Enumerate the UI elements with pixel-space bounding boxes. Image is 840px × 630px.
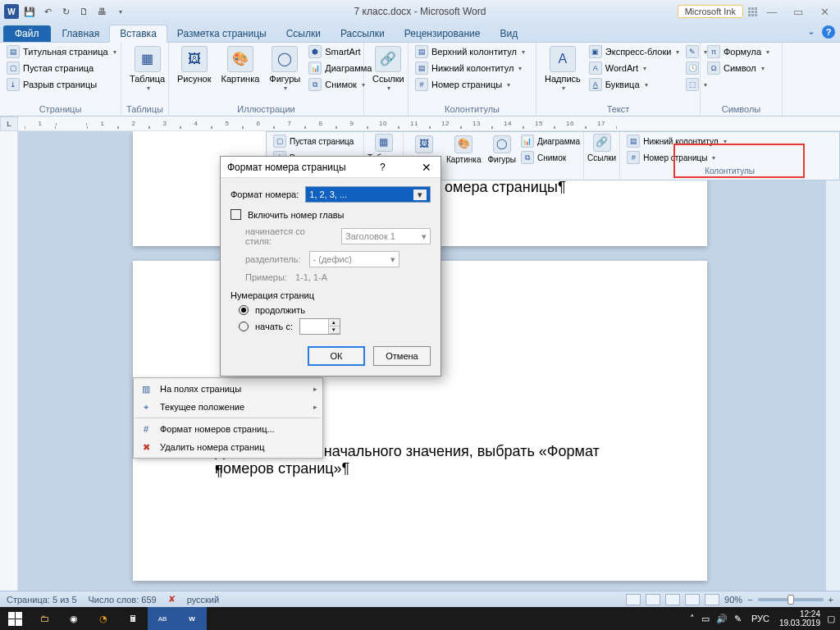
tray-clock[interactable]: 12:24 19.03.2019 xyxy=(779,609,820,628)
tab-home[interactable]: Главная xyxy=(52,25,110,42)
quick-access-toolbar: W 💾 ↶ ↻ 🗋 🖶 ▾ xyxy=(0,3,128,20)
picture-button[interactable]: 🖼Рисунок xyxy=(174,44,215,85)
starts-with-style-label: начинается со стиля: xyxy=(245,226,333,246)
links-button[interactable]: 🔗Ссылки▾ xyxy=(369,44,408,94)
shapes-button[interactable]: ◯Фигуры▾ xyxy=(266,44,304,94)
tab-mailings[interactable]: Рассылки xyxy=(331,25,395,42)
horizontal-ruler[interactable]: 11234567891011121314151617 xyxy=(0,116,840,131)
quickparts-button[interactable]: ▣Экспресс-блоки▾ xyxy=(587,44,682,59)
close-button[interactable]: ✕ xyxy=(814,4,835,19)
print-preview-icon[interactable]: 🖶 xyxy=(94,3,110,20)
radio-start-at[interactable] xyxy=(239,322,249,331)
tab-references[interactable]: Ссылки xyxy=(276,25,331,42)
ok-button[interactable]: ОК xyxy=(308,346,365,366)
separator-select: - (дефис)▾ xyxy=(309,251,399,267)
group-illustrations: 🖼Рисунок 🎨Картинка ◯Фигуры▾ ⬢SmartArt 📊Д… xyxy=(169,43,364,116)
dialog-close-icon[interactable]: ✕ xyxy=(419,160,434,175)
status-language[interactable]: русский xyxy=(187,595,219,605)
page-break-button[interactable]: ⤓Разрыв страницы xyxy=(5,77,118,92)
dialog-help-icon[interactable]: ? xyxy=(375,160,390,175)
frag-clipart: 🎨Картинка xyxy=(443,134,485,178)
windows-taskbar: 🗀 ◉ ◔ 🖩 AB W ˄ ▭ 🔊 ✎ РУС 12:24 19.03.201… xyxy=(0,607,840,630)
dialog-titlebar: Формат номера страницы ? ✕ xyxy=(221,157,441,178)
maximize-button[interactable]: ▭ xyxy=(788,4,809,19)
menu-item-format-page-numbers[interactable]: #Формат номеров страниц... xyxy=(135,420,321,438)
status-proofing-icon[interactable]: ✘ xyxy=(168,594,176,605)
zoom-slider[interactable] xyxy=(758,598,824,601)
ms-ink-chip[interactable]: Microsoft Ink xyxy=(678,5,743,18)
footer-button[interactable]: ▤Нижний колонтитул▾ xyxy=(413,61,527,75)
tab-view[interactable]: Вид xyxy=(490,25,527,42)
statusbar: Страница: 5 из 5 Число слов: 659 ✘ русск… xyxy=(0,591,840,607)
vertical-scrollbar[interactable] xyxy=(825,131,840,591)
redo-icon[interactable]: ↻ xyxy=(57,3,74,20)
include-chapter-label: Включить номер главы xyxy=(248,210,345,220)
tray-action-center-icon[interactable]: ▢ xyxy=(827,614,835,624)
dropcap-button[interactable]: AБуквица▾ xyxy=(587,77,682,92)
ribbon-minimize-icon[interactable]: ⌄ xyxy=(807,25,815,39)
ruler-corner: L xyxy=(0,116,18,131)
taskbar-word-icon[interactable]: W xyxy=(177,607,207,630)
tab-insert[interactable]: Вставка xyxy=(109,25,167,43)
page-number-format-dialog: Формат номера страницы ? ✕ Формат номера… xyxy=(220,156,441,377)
header-button[interactable]: ▤Верхний колонтитул▾ xyxy=(413,44,527,59)
group-pages: ▤Титульная страница▾ ▢Пустая страница ⤓Р… xyxy=(0,43,121,116)
tray-network-icon[interactable]: ▭ xyxy=(701,614,710,624)
tab-layout[interactable]: Разметка страницы xyxy=(167,25,276,42)
blank-page-button[interactable]: ▢Пустая страница xyxy=(5,61,118,75)
vertical-ruler[interactable] xyxy=(0,131,18,591)
wordart-button[interactable]: AWordArt▾ xyxy=(587,61,682,75)
taskbar-calc-icon[interactable]: 🖩 xyxy=(118,607,148,630)
tray-sound-icon[interactable]: 🔊 xyxy=(716,614,728,624)
tray-pen-icon[interactable]: ✎ xyxy=(734,614,742,624)
status-words[interactable]: Число слов: 659 xyxy=(89,595,157,605)
view-print-layout-icon[interactable] xyxy=(626,594,641,605)
menu-item-page-margins[interactable]: ▥На полях страницы▸ xyxy=(135,380,321,398)
tray-language[interactable]: РУС xyxy=(748,613,773,624)
word-app-icon[interactable]: W xyxy=(3,3,20,20)
taskbar-chrome-icon[interactable]: ◉ xyxy=(59,607,89,630)
qat-extra-icon[interactable]: 🗋 xyxy=(75,3,92,20)
taskbar-abnet-icon[interactable]: AB xyxy=(148,607,177,630)
format-select[interactable]: 1, 2, 3, ...▾ xyxy=(305,186,431,203)
tab-review[interactable]: Рецензирование xyxy=(395,25,491,42)
frag-blank-page: ▢Пустая страница xyxy=(272,134,358,148)
qat-customize-icon[interactable]: ▾ xyxy=(112,3,128,20)
page-number-button[interactable]: #Номер страницы▾ xyxy=(413,77,527,92)
zoom-value[interactable]: 90% xyxy=(724,595,742,605)
format-label: Формат номера: xyxy=(231,189,299,199)
clipart-button[interactable]: 🎨Картинка xyxy=(218,44,263,85)
table-button[interactable]: ▦Таблица▾ xyxy=(126,44,168,94)
start-button[interactable] xyxy=(0,607,30,630)
view-outline-icon[interactable] xyxy=(685,594,700,605)
separator-label: разделитель: xyxy=(245,254,301,264)
textbox-button[interactable]: AНадпись▾ xyxy=(541,44,584,94)
taskbar-explorer-icon[interactable]: 🗀 xyxy=(30,607,59,630)
cancel-button[interactable]: Отмена xyxy=(373,346,431,366)
help-icon[interactable]: ? xyxy=(822,25,835,39)
radio-continue[interactable] xyxy=(239,305,249,315)
status-page[interactable]: Страница: 5 из 5 xyxy=(7,595,77,605)
title-page-button[interactable]: ▤Титульная страница▾ xyxy=(5,44,118,59)
view-draft-icon[interactable] xyxy=(705,594,719,605)
equation-button[interactable]: πФормула▾ xyxy=(705,44,771,59)
tray-show-hidden-icon[interactable]: ˄ xyxy=(690,614,695,624)
tab-file[interactable]: Файл xyxy=(3,25,51,42)
taskbar-app-icon[interactable]: ◔ xyxy=(89,607,118,630)
save-icon[interactable]: 💾 xyxy=(21,3,38,20)
include-chapter-checkbox[interactable] xyxy=(231,209,241,220)
view-web-icon[interactable] xyxy=(665,594,680,605)
workspace: ▢Пустая страница ⤓Разрыв страницы ▦Табли… xyxy=(0,131,840,591)
frag-group-label: Колонтитулы xyxy=(625,165,834,177)
view-fullscreen-icon[interactable] xyxy=(646,594,660,605)
group-illustrations-label: Иллюстрации xyxy=(174,103,358,116)
zoom-out-icon[interactable]: − xyxy=(747,595,752,605)
menu-item-current-position[interactable]: ⌖Текущее положение▸ xyxy=(135,398,321,416)
symbol-button[interactable]: ΩСимвол▾ xyxy=(705,61,771,75)
undo-icon[interactable]: ↶ xyxy=(39,3,56,20)
frag-links: 🔗Ссылки xyxy=(584,132,620,180)
menu-item-remove-page-numbers[interactable]: ✖Удалить номера страниц xyxy=(135,438,321,456)
minimize-button[interactable]: — xyxy=(761,4,783,19)
start-at-spinner[interactable]: ▴▾ xyxy=(299,318,340,335)
zoom-in-icon[interactable]: + xyxy=(829,595,833,605)
